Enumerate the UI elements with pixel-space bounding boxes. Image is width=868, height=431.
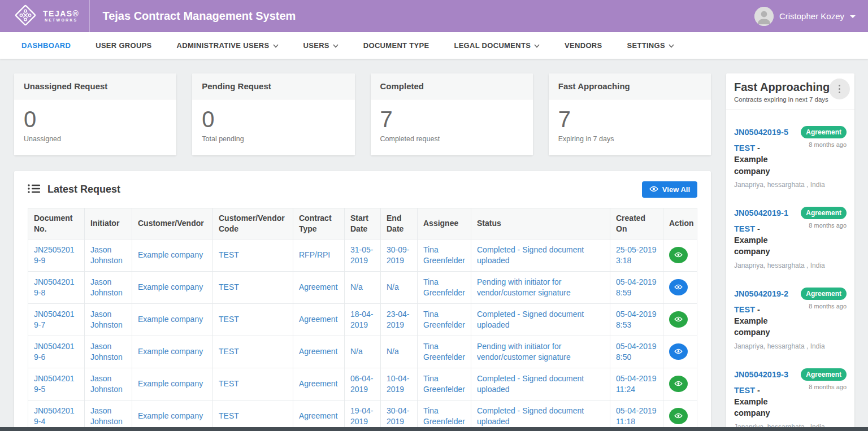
cell-contract-type: Agreement bbox=[293, 400, 345, 431]
cell-customer-vendor-code: TEST bbox=[213, 271, 293, 303]
list-item: JN05042019-3 Agreement TEST - Example co… bbox=[734, 357, 847, 431]
contract-code[interactable]: TEST bbox=[734, 305, 755, 314]
cell-document-no[interactable]: JN25052019-9 bbox=[28, 239, 85, 271]
avatar[interactable] bbox=[754, 7, 774, 26]
contract-code[interactable]: TEST bbox=[734, 386, 755, 395]
stat-card-subtitle: Expiring in 7 days bbox=[558, 135, 701, 143]
nav-item[interactable]: ADMINISTRATIVE USERS bbox=[177, 41, 279, 50]
contract-code[interactable]: TEST bbox=[734, 224, 755, 233]
cell-document-no[interactable]: JN05042019-6 bbox=[28, 336, 85, 368]
cell-customer-vendor: Example company bbox=[132, 368, 213, 400]
dash-separator: - bbox=[757, 143, 760, 153]
column-header: Created On bbox=[610, 208, 663, 240]
time-ago: 8 months ago bbox=[809, 222, 847, 258]
user-menu[interactable]: Cristopher Kozey bbox=[754, 7, 856, 26]
view-action-button[interactable] bbox=[669, 376, 688, 392]
cell-action bbox=[663, 303, 697, 336]
stat-card: Fast Approaching 7 Expiring in 7 days bbox=[549, 73, 711, 155]
view-action-button[interactable] bbox=[669, 279, 688, 295]
cell-document-no[interactable]: JN05042019-8 bbox=[28, 271, 85, 303]
view-all-button[interactable]: View All bbox=[642, 181, 697, 198]
contract-id-link[interactable]: JN05042019-2 bbox=[734, 289, 793, 298]
nav-item[interactable]: DOCUMENT TYPE bbox=[363, 41, 429, 50]
contract-id-link[interactable]: JN05042019-1 bbox=[734, 208, 793, 217]
time-ago: 8 months ago bbox=[809, 384, 847, 419]
stat-card-title: Unassigned Request bbox=[14, 73, 176, 99]
nav-item[interactable]: USERS bbox=[303, 41, 338, 50]
nav-item-label: USERS bbox=[303, 41, 329, 50]
cell-created-on: 25-05-2019 3:18 bbox=[610, 239, 663, 271]
cell-action bbox=[663, 336, 697, 368]
nav-item[interactable]: SETTINGS bbox=[627, 41, 674, 50]
view-action-button[interactable] bbox=[669, 408, 688, 424]
eye-icon bbox=[674, 347, 683, 356]
dash-separator: - bbox=[757, 224, 760, 233]
contract-name: TEST - Example company bbox=[734, 385, 793, 419]
list-item: JN05042019-5 Agreement TEST - Example co… bbox=[734, 115, 847, 195]
cell-action bbox=[663, 368, 697, 400]
cell-initiator: Jason Johnston bbox=[85, 400, 132, 431]
cell-action bbox=[663, 400, 697, 431]
latest-request-title: Latest Request bbox=[47, 184, 120, 195]
stat-card-subtitle: Total pending bbox=[202, 135, 345, 143]
list-item: JN05042019-1 Agreement TEST - Example co… bbox=[734, 195, 847, 276]
stat-card-body: 7 Completed request bbox=[371, 99, 533, 155]
eye-icon bbox=[674, 315, 683, 324]
contract-id-link[interactable]: JN05042019-3 bbox=[734, 370, 793, 379]
stat-card-value: 0 bbox=[202, 106, 345, 132]
kebab-menu-icon[interactable] bbox=[829, 79, 850, 99]
table-row: JN05042019-8 Jason Johnston Example comp… bbox=[28, 271, 697, 303]
cell-initiator: Jason Johnston bbox=[85, 336, 132, 368]
agreement-badge: Agreement bbox=[801, 368, 847, 381]
column-header: Document No. bbox=[28, 208, 85, 240]
view-action-button[interactable] bbox=[669, 311, 688, 328]
cell-customer-vendor: Example company bbox=[132, 336, 213, 368]
nav-item-label: SETTINGS bbox=[627, 41, 665, 50]
main-nav: DASHBOARD USER GROUPS ADMINISTRATIVE USE… bbox=[0, 32, 868, 59]
view-action-button[interactable] bbox=[669, 247, 688, 263]
cell-end-date: 10-04-2019 bbox=[381, 368, 418, 400]
column-header: Contract Type bbox=[293, 208, 345, 240]
fast-approaching-widget: Fast Approaching Contracts expiring in n… bbox=[726, 73, 854, 431]
chevron-down-icon bbox=[669, 44, 674, 48]
column-header: Status bbox=[471, 208, 610, 240]
contract-id-link[interactable]: JN05042019-5 bbox=[734, 128, 793, 137]
cell-status: Pending with initiator for vendor/custom… bbox=[471, 271, 610, 303]
brand-subtitle: NETWORKS bbox=[43, 18, 79, 23]
cell-customer-vendor-code: TEST bbox=[213, 336, 293, 368]
cell-customer-vendor-code: TEST bbox=[213, 368, 293, 400]
cell-start-date: 06-04-2019 bbox=[345, 368, 381, 400]
cell-assignee: Tina Greenfelder bbox=[418, 303, 471, 336]
latest-request-header: Latest Request View All bbox=[28, 181, 697, 198]
cell-initiator: Jason Johnston bbox=[85, 368, 132, 400]
cell-action bbox=[663, 239, 697, 271]
left-column: Unassigned Request 0 Unassigned Pending … bbox=[14, 73, 711, 431]
stat-card-value: 0 bbox=[24, 106, 167, 132]
cell-document-no[interactable]: JN05042019-7 bbox=[28, 303, 85, 336]
nav-item[interactable]: USER GROUPS bbox=[96, 41, 151, 50]
app-header: TEJAS® NETWORKS Tejas Contract Managemen… bbox=[0, 0, 868, 32]
nav-item[interactable]: DASHBOARD bbox=[21, 41, 71, 50]
list-item: JN05042019-2 Agreement TEST - Example co… bbox=[734, 276, 847, 357]
company-name: Example company bbox=[734, 316, 770, 337]
nav-item[interactable]: VENDORS bbox=[565, 41, 602, 50]
chevron-down-icon bbox=[850, 15, 856, 18]
column-header: End Date bbox=[381, 208, 418, 240]
view-action-button[interactable] bbox=[669, 343, 688, 360]
eye-icon bbox=[674, 412, 683, 420]
cell-status: Completed - Signed document uploaded bbox=[471, 400, 610, 431]
company-name: Example company bbox=[734, 397, 770, 417]
table-row: JN05042019-6 Jason Johnston Example comp… bbox=[28, 336, 697, 368]
cell-contract-type: RFP/RPI bbox=[293, 239, 345, 271]
cell-document-no[interactable]: JN05042019-5 bbox=[28, 368, 85, 400]
time-ago: 8 months ago bbox=[809, 141, 847, 177]
eye-icon bbox=[649, 185, 658, 194]
list-icon bbox=[28, 184, 40, 196]
stat-card-title: Completed bbox=[371, 73, 533, 99]
column-header: Action bbox=[663, 208, 697, 240]
cell-document-no[interactable]: JN05042019-4 bbox=[28, 400, 85, 431]
contract-code[interactable]: TEST bbox=[734, 143, 755, 153]
nav-item[interactable]: LEGAL DOCUMENTS bbox=[454, 41, 540, 50]
brand-name: TEJAS® bbox=[43, 10, 79, 18]
cell-assignee: Tina Greenfelder bbox=[418, 368, 471, 400]
